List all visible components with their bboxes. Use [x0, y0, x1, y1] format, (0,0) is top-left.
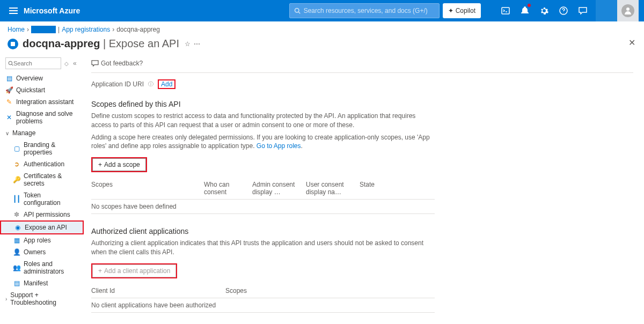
sidebar-item-overview[interactable]: ▤Overview: [0, 72, 84, 84]
svg-line-4: [298, 12, 300, 13]
sidebar-item-app-roles[interactable]: ▦App roles: [0, 234, 84, 246]
user-avatar-icon: [621, 4, 634, 17]
wand-icon: ✎: [5, 98, 13, 106]
svg-point-3: [295, 9, 299, 13]
sidebar: ◇ « ▤Overview 🚀Quickstart ✎Integration a…: [0, 54, 84, 323]
manifest-icon: ▤: [13, 279, 20, 287]
sidebar-item-quickstart[interactable]: 🚀Quickstart: [0, 84, 84, 96]
more-icon[interactable]: ⋯: [194, 40, 200, 48]
sidebar-item-expose-api[interactable]: ◉Expose an API: [1, 222, 83, 233]
cloud-shell-icon[interactable]: [497, 0, 514, 21]
admin-icon: 👥: [13, 264, 20, 271]
col-scopes: Scopes: [91, 181, 204, 196]
lock-icon: ➲: [13, 160, 20, 168]
sidebar-section-manage[interactable]: ∨Manage: [0, 127, 84, 139]
sidebar-item-diagnose[interactable]: ✕Diagnose and solve problems: [0, 108, 84, 127]
directory-tenant[interactable]: [596, 0, 617, 21]
authorized-desc: Authorizing a client application indicat…: [91, 239, 435, 257]
authorized-title: Authorized client applications: [91, 227, 633, 235]
diagnose-icon: ✕: [5, 114, 13, 121]
main-content: Got feedback? Application ID URI ⓘ Add S…: [84, 54, 644, 323]
brand-label[interactable]: Microsoft Azure: [24, 6, 80, 15]
toolbar: Got feedback?: [91, 57, 633, 73]
svg-rect-1: [9, 10, 18, 11]
search-icon: [8, 61, 13, 66]
info-icon[interactable]: ⓘ: [148, 80, 153, 88]
hamburger-icon[interactable]: [5, 0, 21, 21]
sidebar-search-input[interactable]: [13, 60, 56, 67]
key-icon: 🔑: [13, 176, 20, 183]
col-client-id: Client Id: [91, 287, 225, 294]
app-id-label: Application ID URI: [91, 80, 144, 88]
sidebar-section-support[interactable]: ›Support + Troubleshooting: [0, 289, 84, 308]
settings-icon[interactable]: [536, 0, 553, 21]
feedback-icon[interactable]: [574, 0, 591, 21]
add-app-id-link[interactable]: Add: [161, 80, 172, 88]
roles-icon: ▦: [13, 237, 20, 244]
sidebar-item-authentication[interactable]: ➲Authentication: [0, 158, 84, 170]
sidebar-item-branding[interactable]: ▢Branding & properties: [0, 139, 84, 158]
sidebar-item-api-permissions[interactable]: ✽API permissions: [0, 209, 84, 220]
help-icon[interactable]: [555, 0, 572, 21]
plus-icon: +: [98, 161, 102, 168]
top-bar: Microsoft Azure ✦ Copilot: [0, 0, 644, 21]
scopes-table-header: Scopes Who can consent Admin consent dis…: [91, 176, 435, 200]
svg-rect-2: [9, 13, 18, 14]
chevron-right-icon: ›: [27, 26, 29, 33]
copilot-button[interactable]: ✦ Copilot: [443, 3, 481, 18]
svg-line-10: [12, 64, 13, 66]
page-section: Expose an API: [109, 38, 179, 50]
svg-rect-8: [11, 42, 15, 46]
clients-table-header: Client Id Scopes: [91, 283, 435, 298]
breadcrumb-app-registrations[interactable]: App registrations: [62, 26, 110, 33]
svg-point-7: [626, 8, 630, 11]
empty-scopes-row: No scopes have been defined: [91, 200, 435, 214]
breadcrumb: Home › | App registrations › docqna-appr…: [0, 21, 644, 38]
app-registration-icon: [8, 39, 18, 49]
col-admin: Admin consent display …: [252, 181, 306, 196]
global-search-input[interactable]: [304, 7, 433, 14]
add-scope-button[interactable]: +Add a scope: [92, 158, 146, 171]
svg-rect-5: [502, 8, 509, 14]
breadcrumb-redacted[interactable]: [31, 26, 56, 33]
sidebar-item-roles-admins[interactable]: 👥Roles and administrators: [0, 258, 84, 277]
plus-icon: +: [98, 267, 102, 275]
token-icon: ┃┃: [13, 195, 20, 203]
add-client-button[interactable]: +Add a client application: [92, 264, 176, 277]
breadcrumb-home[interactable]: Home: [8, 26, 25, 33]
account-avatar[interactable]: [617, 0, 639, 21]
sidebar-search-row: ◇ «: [0, 57, 84, 69]
chevron-right-icon: ›: [112, 26, 114, 33]
close-icon[interactable]: ✕: [628, 38, 635, 48]
sidebar-item-manifest[interactable]: ▤Manifest: [0, 277, 84, 289]
collapse-icon[interactable]: «: [73, 60, 77, 67]
expose-icon: ◉: [14, 224, 21, 231]
svg-rect-0: [9, 8, 18, 9]
sidebar-search[interactable]: [5, 57, 61, 69]
sidebar-item-token[interactable]: ┃┃Token configuration: [0, 189, 84, 209]
pin-icon[interactable]: ☆: [185, 40, 191, 48]
scopes-title: Scopes defined by this API: [91, 100, 633, 108]
sparkle-icon: ✦: [448, 7, 453, 14]
scopes-desc2: Adding a scope here creates only delegat…: [91, 133, 435, 151]
col-user: User consent display na…: [306, 181, 360, 196]
col-state: State: [360, 181, 392, 196]
sidebar-item-integration[interactable]: ✎Integration assistant: [0, 96, 84, 108]
search-icon: [294, 8, 301, 14]
angle-icon[interactable]: ◇: [64, 61, 69, 67]
top-icons: [497, 0, 591, 21]
chevron-down-icon: ∨: [5, 130, 9, 136]
notifications-icon[interactable]: [516, 0, 533, 21]
go-to-app-roles-link[interactable]: Go to App roles: [257, 142, 301, 150]
col-client-scopes: Scopes: [225, 287, 435, 294]
col-who: Who can consent: [204, 181, 252, 196]
sidebar-item-certificates[interactable]: 🔑Certificates & secrets: [0, 170, 84, 189]
scopes-desc1: Define custom scopes to restrict access …: [91, 112, 435, 130]
pipe-separator: |: [58, 26, 60, 33]
owners-icon: 👤: [13, 248, 20, 256]
global-search-wrap: ✦ Copilot: [289, 3, 481, 18]
sidebar-item-owners[interactable]: 👤Owners: [0, 246, 84, 258]
global-search[interactable]: [289, 3, 440, 18]
feedback-link[interactable]: Got feedback?: [91, 60, 143, 67]
page-header: docqna-appreg | Expose an API ☆ ⋯ ✕: [0, 38, 644, 54]
